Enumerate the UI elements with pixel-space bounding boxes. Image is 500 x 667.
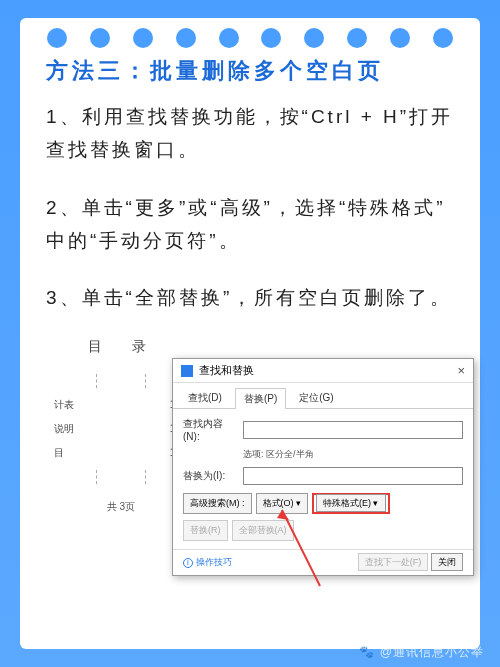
find-next-button[interactable]: 查找下一处(F) — [358, 553, 429, 571]
advanced-search-button[interactable]: 高级搜索(M) : — [183, 493, 252, 514]
paper-card: 方法三：批量删除多个空白页 1、利用查找替换功能，按“Ctrl + H”打开查找… — [20, 18, 480, 649]
dialog-titlebar: 查找和替换 × — [173, 359, 473, 383]
replace-all-button[interactable]: 全部替换(A) — [232, 520, 294, 541]
screenshot-area: 目 录 计表1 页 说明1 页 目1 页 共 3页 查找和替换 × 查找(D) … — [46, 338, 454, 578]
watermark: 🐾 @通讯信息小公举 — [359, 644, 484, 661]
options-value: 区分全/半角 — [266, 449, 314, 459]
section-title: 方法三：批量删除多个空白页 — [46, 56, 454, 86]
spiral-holes — [20, 28, 480, 48]
step-3: 3、单击“全部替换”，所有空白页删除了。 — [46, 281, 454, 314]
tab-find[interactable]: 查找(D) — [179, 387, 231, 408]
find-input[interactable] — [243, 421, 463, 439]
doc-toc-title: 目 录 — [46, 338, 196, 356]
special-format-button[interactable]: 特殊格式(E) ▾ — [316, 494, 386, 512]
format-button[interactable]: 格式(O) ▾ — [256, 493, 309, 514]
close-button[interactable]: 关闭 — [431, 553, 463, 571]
step-2: 2、单击“更多”或“高级”，选择“特殊格式”中的“手动分页符”。 — [46, 191, 454, 258]
dialog-tabs: 查找(D) 替换(P) 定位(G) — [173, 383, 473, 409]
replace-button[interactable]: 替换(R) — [183, 520, 228, 541]
tips-link[interactable]: i操作技巧 — [183, 556, 232, 569]
find-label: 查找内容(N): — [183, 417, 237, 442]
step-1: 1、利用查找替换功能，按“Ctrl + H”打开查找替换窗口。 — [46, 100, 454, 167]
info-icon: i — [183, 558, 193, 568]
close-icon[interactable]: × — [457, 363, 465, 378]
dialog-title: 查找和替换 — [199, 363, 254, 378]
tab-goto[interactable]: 定位(G) — [290, 387, 342, 408]
app-icon — [181, 365, 193, 377]
replace-input[interactable] — [243, 467, 463, 485]
highlight-annotation: 特殊格式(E) ▾ — [312, 493, 390, 514]
options-label: 选项: — [243, 449, 264, 459]
tab-replace[interactable]: 替换(P) — [235, 388, 286, 409]
replace-label: 替换为(I): — [183, 469, 237, 483]
find-replace-dialog: 查找和替换 × 查找(D) 替换(P) 定位(G) 查找内容(N): 选项: 区… — [172, 358, 474, 576]
